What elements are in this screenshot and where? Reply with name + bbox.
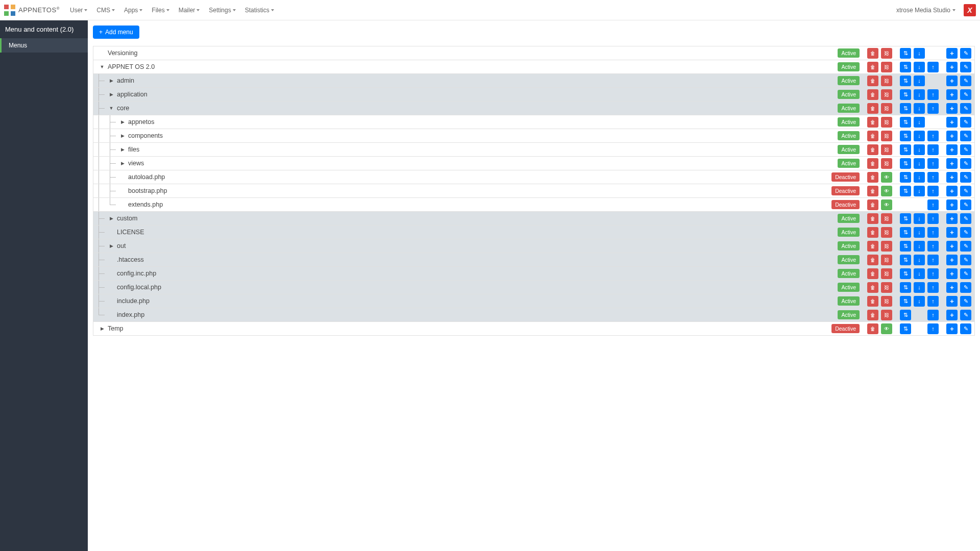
updown-button[interactable] [900, 296, 911, 307]
down-button[interactable] [914, 158, 925, 169]
trash-button[interactable] [867, 76, 878, 86]
down-button[interactable] [914, 48, 925, 59]
trash-button[interactable] [867, 282, 878, 293]
row-label[interactable]: config.local.php [93, 281, 838, 294]
edit-button[interactable] [960, 144, 971, 155]
up-button[interactable] [927, 213, 939, 224]
up-button[interactable] [927, 158, 939, 169]
add-button[interactable] [946, 199, 958, 210]
row-label[interactable]: ▶views [93, 157, 838, 170]
up-button[interactable] [927, 89, 939, 100]
updown-button[interactable] [900, 310, 911, 320]
trash-button[interactable] [867, 48, 878, 59]
edit-button[interactable] [960, 310, 971, 320]
link-button[interactable] [881, 48, 892, 59]
link-button[interactable] [881, 76, 892, 86]
edit-button[interactable] [960, 172, 971, 183]
nav-apps[interactable]: Apps [120, 4, 146, 17]
link-button[interactable] [881, 255, 892, 265]
link-button[interactable] [881, 131, 892, 141]
link-button[interactable] [881, 282, 892, 293]
link-button[interactable] [881, 268, 892, 279]
eye-button[interactable] [881, 199, 892, 210]
link-button[interactable] [881, 89, 892, 100]
updown-button[interactable] [900, 117, 911, 128]
updown-button[interactable] [900, 89, 911, 100]
trash-button[interactable] [867, 310, 878, 320]
edit-button[interactable] [960, 296, 971, 307]
updown-button[interactable] [900, 227, 911, 238]
trash-button[interactable] [867, 213, 878, 224]
row-label[interactable]: ▶files [93, 143, 838, 156]
expand-icon[interactable]: ▶ [108, 216, 115, 221]
down-button[interactable] [914, 268, 925, 279]
up-button[interactable] [927, 103, 939, 114]
row-label[interactable]: bootstrap.php [93, 184, 831, 197]
up-button[interactable] [927, 282, 939, 293]
up-button[interactable] [927, 241, 939, 252]
updown-button[interactable] [900, 323, 911, 334]
edit-button[interactable] [960, 186, 971, 196]
expand-icon[interactable]: ▶ [108, 243, 115, 248]
updown-button[interactable] [900, 103, 911, 114]
up-button[interactable] [927, 62, 939, 72]
row-label[interactable]: include.php [93, 294, 838, 308]
updown-button[interactable] [900, 62, 911, 72]
expand-icon[interactable]: ▶ [99, 326, 106, 331]
updown-button[interactable] [900, 48, 911, 59]
down-button[interactable] [914, 103, 925, 114]
up-button[interactable] [927, 186, 939, 196]
expand-icon[interactable]: ▶ [119, 147, 126, 152]
row-label[interactable]: ▼APPNET OS 2.0 [93, 60, 838, 73]
nav-settings[interactable]: Settings [205, 4, 239, 17]
edit-button[interactable] [960, 241, 971, 252]
add-button[interactable] [946, 158, 958, 169]
row-label[interactable]: config.inc.php [93, 267, 838, 280]
edit-button[interactable] [960, 48, 971, 59]
edit-button[interactable] [960, 213, 971, 224]
nav-mailer[interactable]: Mailer [175, 4, 204, 17]
add-button[interactable] [946, 213, 958, 224]
down-button[interactable] [914, 144, 925, 155]
row-label[interactable]: ▼core [93, 102, 838, 115]
up-button[interactable] [927, 131, 939, 141]
updown-button[interactable] [900, 255, 911, 265]
link-button[interactable] [881, 62, 892, 72]
trash-button[interactable] [867, 62, 878, 72]
trash-button[interactable] [867, 227, 878, 238]
trash-button[interactable] [867, 241, 878, 252]
down-button[interactable] [914, 227, 925, 238]
updown-button[interactable] [900, 172, 911, 183]
down-button[interactable] [914, 89, 925, 100]
trash-button[interactable] [867, 172, 878, 183]
trash-button[interactable] [867, 199, 878, 210]
expand-icon[interactable]: ▶ [119, 119, 126, 124]
updown-button[interactable] [900, 131, 911, 141]
collapse-icon[interactable]: ▼ [108, 106, 115, 111]
down-button[interactable] [914, 62, 925, 72]
up-button[interactable] [927, 144, 939, 155]
row-label[interactable]: .htaccess [93, 253, 838, 266]
row-label[interactable]: ▶components [93, 129, 838, 142]
nav-statistics[interactable]: Statistics [241, 4, 278, 17]
updown-button[interactable] [900, 76, 911, 86]
brand-logo[interactable]: APPNETOS® [4, 5, 60, 16]
expand-icon[interactable]: ▶ [108, 92, 115, 97]
trash-button[interactable] [867, 296, 878, 307]
row-label[interactable]: ▶custom [93, 212, 838, 225]
add-button[interactable] [946, 62, 958, 72]
add-button[interactable] [946, 144, 958, 155]
edit-button[interactable] [960, 268, 971, 279]
down-button[interactable] [914, 172, 925, 183]
eye-button[interactable] [881, 172, 892, 183]
add-button[interactable] [946, 241, 958, 252]
trash-button[interactable] [867, 268, 878, 279]
edit-button[interactable] [960, 89, 971, 100]
edit-button[interactable] [960, 62, 971, 72]
up-button[interactable] [927, 227, 939, 238]
link-button[interactable] [881, 310, 892, 320]
trash-button[interactable] [867, 158, 878, 169]
edit-button[interactable] [960, 103, 971, 114]
add-menu-button[interactable]: + Add menu [93, 26, 139, 39]
updown-button[interactable] [900, 282, 911, 293]
